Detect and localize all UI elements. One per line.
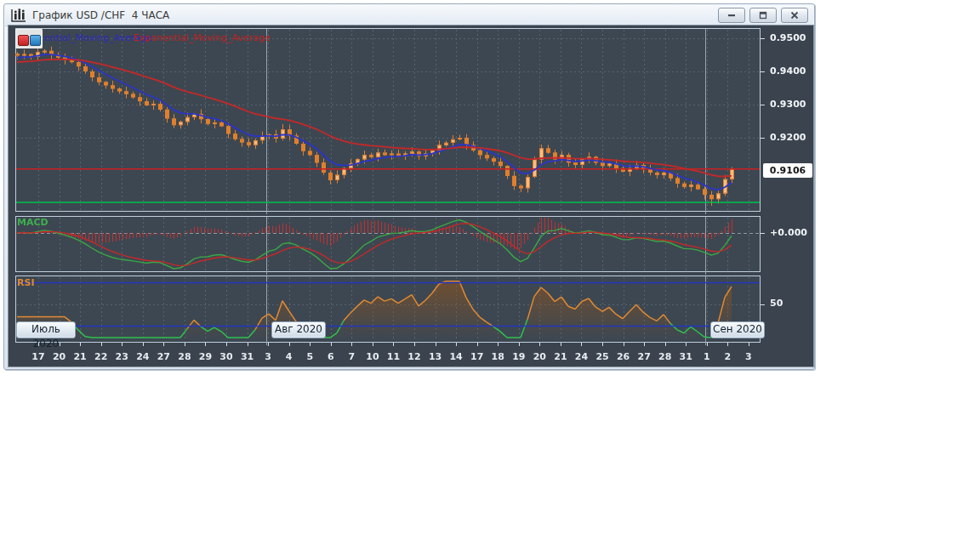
close-button[interactable]	[781, 8, 808, 23]
month-marker: Сен 2020	[710, 321, 765, 338]
time-axis-label: 25	[591, 351, 613, 362]
time-axis-label: 17	[466, 351, 488, 362]
rsi-mid-label: 50	[770, 298, 812, 309]
time-axis-label: 21	[69, 351, 91, 362]
time-axis-label: 21	[550, 351, 572, 362]
window-titlebar[interactable]: График USD /CHF 4 ЧАСА	[5, 5, 813, 26]
time-axis-label: 3	[257, 351, 279, 362]
time-axis-label: 3	[738, 351, 760, 362]
current-price-badge: 0.9106	[763, 163, 812, 178]
price-axis-label: 0.9300	[770, 99, 812, 110]
time-axis-label: 23	[111, 351, 133, 362]
minimize-button[interactable]	[718, 8, 745, 23]
restore-button[interactable]	[749, 8, 777, 23]
legend-ema-red-label: Exponential_Moving_Average	[134, 32, 271, 43]
time-axis-label: 10	[362, 351, 384, 362]
time-axis-label: 12	[403, 351, 425, 362]
time-axis-label: 20	[528, 351, 550, 362]
price-axis-label: 0.9500	[770, 32, 812, 43]
time-axis-label: 30	[215, 351, 237, 362]
time-axis-label: 28	[174, 351, 196, 362]
time-axis-label: 26	[612, 351, 635, 362]
rsi-panel-label: RSI	[17, 277, 35, 288]
minimize-icon	[727, 11, 736, 20]
time-axis-label: 27	[633, 351, 655, 362]
time-axis-label: 14	[445, 351, 467, 362]
time-axis-label: 6	[320, 351, 342, 362]
window-title: График USD /CHF 4 ЧАСА	[32, 9, 169, 21]
restore-icon	[759, 11, 767, 20]
window-controls	[718, 8, 808, 23]
candlestick-chart-icon	[11, 9, 26, 22]
time-axis-label: 31	[236, 351, 259, 362]
time-axis-label: 27	[152, 351, 174, 362]
time-axis-label: 24	[570, 351, 592, 362]
time-axis-label: 28	[654, 351, 676, 362]
price-chart-canvas[interactable]	[9, 26, 813, 366]
month-marker: Июль 2020	[16, 321, 76, 338]
time-axis-label: 18	[487, 351, 509, 362]
month-marker: Авг 2020	[271, 321, 326, 338]
time-axis-label: 17	[27, 351, 49, 362]
price-axis-label: 0.9200	[770, 132, 812, 143]
time-axis-label: 4	[278, 351, 300, 362]
time-axis-label: 5	[299, 351, 321, 362]
time-axis-label: 13	[424, 351, 447, 362]
indicator-legend-chip	[15, 29, 43, 48]
desktop: { "window": { "title": "График USD /CHF …	[0, 0, 980, 551]
close-icon	[790, 11, 799, 20]
ema-blue-toggle-icon[interactable]	[30, 35, 41, 46]
ema-red-toggle-icon[interactable]	[18, 35, 29, 46]
time-axis-label: 22	[90, 351, 112, 362]
price-axis-label: 0.9400	[770, 65, 812, 77]
chart-window: График USD /CHF 4 ЧАСА	[3, 3, 815, 370]
chart-client-area: ential_Moving_Average Exponential_Moving…	[8, 25, 814, 367]
time-axis-label: 1	[696, 351, 718, 362]
macd-panel-label: MACD	[17, 217, 48, 228]
time-axis-label: 2	[716, 351, 738, 362]
time-axis-label: 29	[194, 351, 216, 362]
time-axis-label: 19	[508, 351, 530, 362]
time-axis-label: 7	[340, 351, 362, 362]
macd-zero-label: +0.000	[770, 227, 812, 238]
time-axis-label: 20	[48, 351, 71, 362]
time-axis-label: 11	[382, 351, 404, 362]
time-axis-label: 24	[132, 351, 154, 362]
time-axis-label: 31	[675, 351, 697, 362]
